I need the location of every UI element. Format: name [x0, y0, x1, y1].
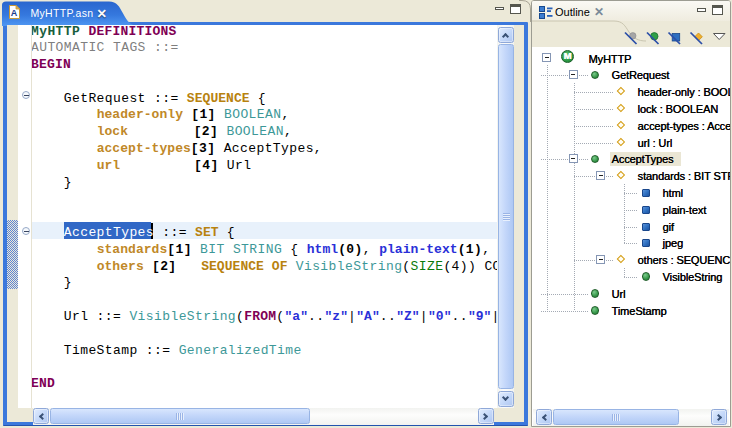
svg-text:A: A [11, 8, 18, 18]
